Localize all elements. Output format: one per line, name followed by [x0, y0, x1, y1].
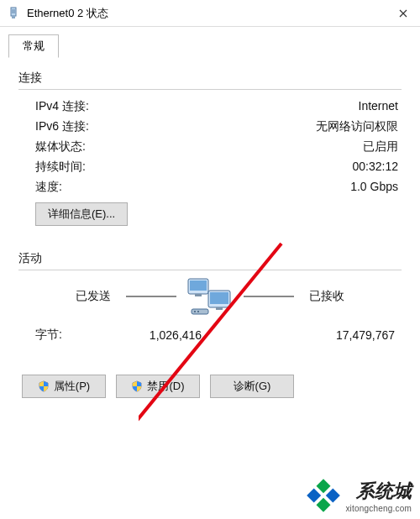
- bytes-received-value: 17,479,767: [249, 328, 398, 342]
- bytes-label: 字节:: [35, 328, 102, 343]
- network-adapter-icon: [7, 7, 20, 20]
- bytes-sent-value: 1,026,416: [102, 328, 249, 342]
- tab-strip: 常规: [8, 34, 420, 55]
- separator: [18, 270, 402, 270]
- speed-label: 速度:: [35, 180, 62, 195]
- shield-icon: [131, 380, 143, 392]
- ethernet-status-dialog: Ethernet0 2 状态 常规 连接 IPv4 连接: Internet I…: [0, 0, 420, 519]
- speed-value: 1.0 Gbps: [350, 180, 398, 195]
- ipv6-value: 无网络访问权限: [316, 119, 398, 134]
- row-ipv6: IPv6 连接: 无网络访问权限: [18, 117, 402, 137]
- sent-caption: 已发送: [71, 289, 116, 304]
- svg-rect-5: [190, 280, 207, 291]
- svg-point-12: [197, 311, 199, 312]
- svg-point-11: [194, 311, 196, 312]
- svg-rect-16: [307, 489, 322, 503]
- bottom-button-bar: 属性(P) 禁用(D) 诊断(G): [18, 375, 402, 398]
- details-button[interactable]: 详细信息(E)...: [35, 202, 128, 226]
- media-value: 已启用: [363, 139, 398, 155]
- svg-rect-14: [317, 479, 331, 493]
- tab-general[interactable]: 常规: [8, 34, 59, 58]
- sent-indicator-line: [126, 296, 176, 297]
- watermark-logo-icon: [305, 477, 342, 514]
- svg-rect-0: [11, 8, 16, 16]
- received-caption: 已接收: [304, 289, 349, 304]
- row-ipv4: IPv4 连接: Internet: [18, 97, 402, 117]
- activity-section-title: 活动: [18, 251, 402, 266]
- connection-section-title: 连接: [18, 71, 402, 86]
- bytes-row: 字节: 1,026,416 17,479,767: [18, 322, 402, 348]
- watermark: 系统城 xitongcheng.com: [305, 477, 412, 514]
- row-duration: 持续时间: 00:32:12: [18, 157, 402, 177]
- svg-rect-17: [317, 498, 331, 512]
- watermark-text-cn: 系统城: [345, 479, 412, 504]
- window-title: Ethernet0 2 状态: [27, 6, 386, 21]
- titlebar: Ethernet0 2 状态: [0, 0, 420, 27]
- disable-button[interactable]: 禁用(D): [116, 375, 200, 398]
- duration-label: 持续时间:: [35, 160, 86, 175]
- ipv4-value: Internet: [359, 99, 398, 114]
- close-button[interactable]: [386, 0, 420, 27]
- activity-visual: 已发送 已接收: [18, 277, 402, 316]
- details-button-label: 详细信息(E)...: [48, 207, 115, 222]
- received-indicator-line: [244, 296, 294, 297]
- watermark-text-en: xitongcheng.com: [345, 504, 412, 513]
- diagnose-button[interactable]: 诊断(G): [210, 375, 294, 398]
- ipv6-label: IPv6 连接:: [35, 119, 89, 134]
- svg-rect-8: [210, 292, 228, 304]
- media-label: 媒体状态:: [35, 139, 86, 155]
- properties-button-label: 属性(P): [54, 379, 90, 394]
- svg-rect-15: [326, 489, 340, 503]
- diagnose-button-label: 诊断(G): [234, 379, 271, 394]
- dialog-content: 连接 IPv4 连接: Internet IPv6 连接: 无网络访问权限 媒体…: [0, 55, 420, 406]
- svg-rect-9: [216, 307, 223, 310]
- svg-rect-1: [12, 16, 15, 18]
- svg-rect-6: [195, 294, 202, 296]
- row-media: 媒体状态: 已启用: [18, 137, 402, 157]
- ipv4-label: IPv4 连接:: [35, 99, 89, 114]
- network-computers-icon: [186, 277, 234, 316]
- disable-button-label: 禁用(D): [147, 379, 184, 394]
- row-speed: 速度: 1.0 Gbps: [18, 177, 402, 197]
- properties-button[interactable]: 属性(P): [22, 375, 106, 398]
- separator: [18, 89, 402, 90]
- duration-value: 00:32:12: [353, 160, 399, 175]
- shield-icon: [38, 380, 50, 392]
